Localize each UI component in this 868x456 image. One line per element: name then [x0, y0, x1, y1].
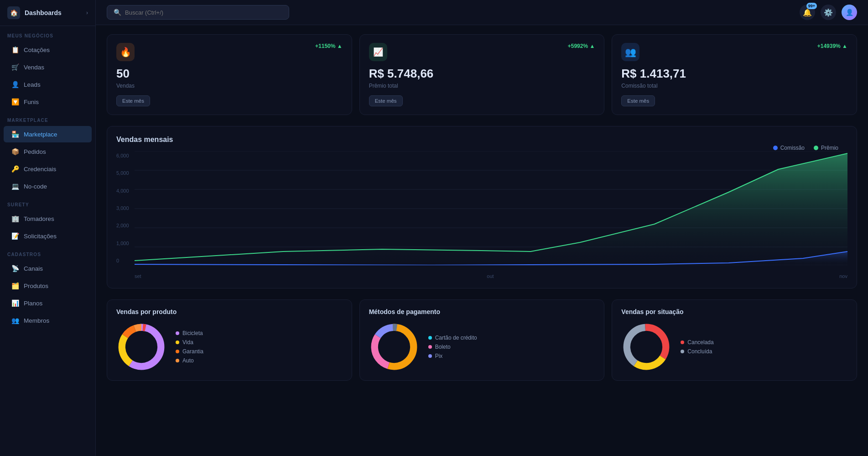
sidebar-item-label: Vendas	[24, 64, 44, 71]
dot-concluida	[681, 350, 684, 353]
sidebar-item-canais[interactable]: 📡 Canais	[4, 260, 92, 277]
planos-icon: 📊	[11, 299, 19, 307]
y-label-1000: 1,000	[116, 241, 129, 246]
svg-point-12	[127, 333, 155, 361]
dot-cancelada	[681, 341, 684, 344]
vendas-icon: 🛒	[11, 63, 19, 71]
chart-wrapper: 6,000 5,000 4,000 3,000 2,000 1,000 0	[116, 151, 847, 279]
stat-card-premio: 📈 +5992% ▲ R$ 5.748,66 Prêmio total Este…	[359, 34, 605, 115]
stat-btn-vendas[interactable]: Este mês	[116, 95, 150, 106]
x-label-out: out	[487, 273, 494, 279]
notifications-button[interactable]: 🔔 99+	[800, 5, 815, 20]
stat-card-top: 📈 +5992% ▲	[369, 43, 595, 61]
legend-item: Cancelada	[681, 339, 713, 346]
stat-card-vendas: 🔥 +1150% ▲ 50 Vendas Este mês	[107, 34, 352, 115]
chart-title-pagamento: Métodos de pagamento	[369, 308, 595, 315]
y-label-3000: 3,000	[116, 205, 129, 211]
legend-item: Garantia	[176, 348, 203, 355]
donut-svg-pagamento	[369, 322, 419, 372]
main-chart-title: Vendas mensais	[116, 136, 173, 144]
stat-pct-premio: +5992% ▲	[568, 43, 595, 49]
sidebar-item-produtos[interactable]: 🗂️ Produtos	[4, 278, 92, 294]
sidebar-item-vendas[interactable]: 🛒 Vendas	[4, 59, 92, 75]
chart-legend: Comissão Prêmio	[773, 145, 838, 151]
notification-badge: 99+	[806, 3, 817, 9]
sidebar-item-credenciais[interactable]: 🔑 Credenciais	[4, 161, 92, 177]
legend-dot-premio	[814, 146, 818, 150]
legend-item: Boleto	[428, 344, 477, 350]
sidebar-item-funis[interactable]: 🔽 Funis	[4, 94, 92, 110]
search-input[interactable]	[125, 9, 282, 16]
avatar[interactable]: 👤	[842, 5, 857, 20]
sidebar-item-leads[interactable]: 👤 Leads	[4, 76, 92, 93]
legend-label-comissao: Comissão	[780, 145, 805, 151]
sidebar-item-label: No-code	[24, 183, 47, 190]
chart-card-pagamento: Métodos de pagamento	[359, 299, 605, 381]
stat-btn-comissao[interactable]: Este mês	[621, 95, 655, 106]
sidebar-top-arrow: ›	[86, 10, 88, 16]
stat-value-comissao: R$ 1.413,71	[621, 67, 847, 81]
label-garantia: Garantia	[182, 348, 203, 355]
dot-boleto	[428, 345, 432, 349]
legend-item: Pix	[428, 353, 477, 359]
pedidos-icon: 📦	[11, 147, 19, 156]
sidebar: 🏠 Dashboards › MEUS NEGÓCIOS 📋 Cotações …	[0, 0, 96, 456]
label-vida: Vida	[182, 339, 193, 346]
dot-garantia	[176, 350, 179, 353]
nocode-icon: 💻	[11, 182, 19, 190]
marketplace-icon: 🏪	[11, 130, 19, 138]
x-label-nov: nov	[839, 273, 847, 279]
chart-area	[135, 151, 847, 265]
sidebar-item-label: Canais	[24, 265, 43, 272]
stat-label-vendas: Vendas	[116, 83, 343, 89]
sidebar-item-cotacoes[interactable]: 📋 Cotações	[4, 42, 92, 58]
svg-point-21	[633, 333, 660, 361]
sidebar-item-label: Leads	[24, 81, 41, 88]
svg-point-17	[380, 333, 408, 361]
donut-svg-situacao	[621, 322, 671, 372]
sidebar-item-planos[interactable]: 📊 Planos	[4, 295, 92, 311]
sidebar-item-pedidos[interactable]: 📦 Pedidos	[4, 143, 92, 160]
settings-button[interactable]: ⚙️	[821, 5, 836, 20]
chart-content-produto: Bicicleta Vida Garantia Auto	[116, 322, 343, 372]
legend-list-pagamento: Cartão de crédito Boleto Pix	[428, 335, 477, 359]
search-box[interactable]: 🔍	[107, 5, 289, 20]
stat-label-premio: Prêmio total	[369, 83, 595, 89]
label-concluida: Concluída	[687, 348, 712, 355]
chart-card-situacao: Vendas por situação Cancelada	[612, 299, 857, 381]
dot-vida	[176, 341, 179, 344]
dot-bicicleta	[176, 331, 179, 335]
sidebar-top-dashboards[interactable]: 🏠 Dashboards ›	[0, 0, 95, 26]
dot-auto	[176, 359, 179, 362]
stat-icon-premio: 📈	[369, 43, 387, 61]
membros-icon: 👥	[11, 316, 19, 325]
stat-icon-vendas: 🔥	[116, 43, 135, 61]
stat-label-comissao: Comissão total	[621, 83, 847, 89]
y-label-5000: 5,000	[116, 170, 129, 176]
legend-dot-comissao	[773, 146, 778, 150]
sidebar-item-tomadores[interactable]: 🏢 Tomadores	[4, 210, 92, 227]
legend-list-situacao: Cancelada Concluída	[681, 339, 713, 355]
sidebar-top-label: Dashboards	[25, 9, 62, 16]
label-bicicleta: Bicicleta	[182, 330, 203, 336]
leads-icon: 👤	[11, 80, 19, 89]
sidebar-item-solicitacoes[interactable]: 📝 Solicitações	[4, 228, 92, 244]
sidebar-item-label: Membros	[24, 317, 49, 324]
sidebar-item-marketplace[interactable]: 🏪 Marketplace	[4, 126, 92, 142]
section-label-cadastros: CADASTROS	[0, 245, 95, 260]
stat-pct-vendas: +1150% ▲	[315, 43, 343, 49]
sidebar-item-label: Produtos	[24, 283, 48, 289]
legend-label-premio: Prêmio	[821, 145, 838, 151]
y-axis-labels: 6,000 5,000 4,000 3,000 2,000 1,000 0	[116, 151, 129, 265]
sidebar-item-label: Funis	[24, 99, 39, 105]
donut-svg-produto	[116, 322, 166, 372]
sidebar-item-label: Cotações	[24, 47, 50, 53]
sidebar-item-label: Credenciais	[24, 166, 56, 173]
chart-card-produto: Vendas por produto	[107, 299, 352, 381]
sidebar-item-membros[interactable]: 👥 Membros	[4, 312, 92, 329]
chart-header: Vendas mensais Comissão Prêmio	[116, 136, 847, 151]
stat-btn-premio[interactable]: Este mês	[369, 95, 403, 106]
label-auto: Auto	[182, 357, 194, 364]
label-boleto: Boleto	[435, 344, 451, 350]
sidebar-item-nocode[interactable]: 💻 No-code	[4, 178, 92, 194]
